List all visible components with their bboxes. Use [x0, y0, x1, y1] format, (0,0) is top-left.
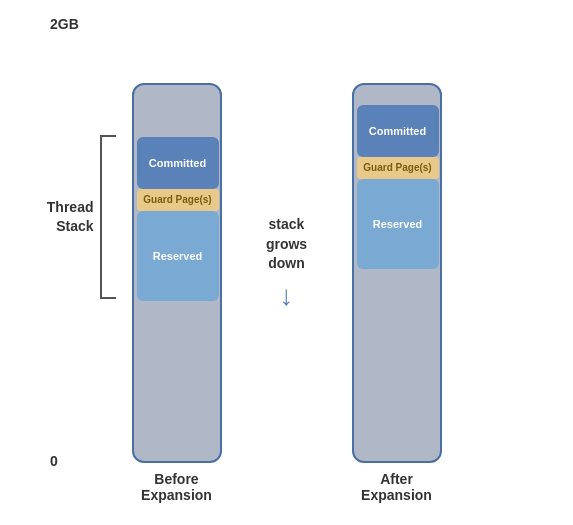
- thread-stack-label: Thread Stack: [22, 198, 94, 234]
- stack-grows-text: stack grows down: [266, 215, 307, 274]
- after-committed-section: Committed: [357, 105, 439, 157]
- top-label: 2GB: [50, 16, 79, 32]
- after-reserved-section: Reserved: [357, 179, 439, 269]
- before-column-wrapper: Thread Stack Committed Guard Page(s) Res…: [132, 83, 222, 503]
- bracket: [100, 135, 116, 299]
- diagram-container: 2GB Thread Stack Committed Guard Page(s): [0, 0, 573, 525]
- before-reserved-label: Reserved: [153, 250, 203, 262]
- arrow-down: ↓: [280, 282, 294, 310]
- after-guard-label: Guard Page(s): [363, 162, 431, 173]
- before-committed-label: Committed: [149, 157, 206, 169]
- main-row: Thread Stack Committed Guard Page(s) Res…: [0, 60, 573, 525]
- after-guard-section: Guard Page(s): [357, 157, 439, 179]
- before-reserved-section: Reserved: [137, 211, 219, 301]
- thread-stack-group: Thread Stack: [22, 135, 116, 299]
- before-guard-section: Guard Page(s): [137, 189, 219, 211]
- bottom-label: 0: [50, 453, 58, 469]
- after-memory-column: Committed Guard Page(s) Reserved: [352, 83, 442, 463]
- after-column-wrapper: Committed Guard Page(s) Reserved After E…: [352, 83, 442, 503]
- before-column-label: Before Expansion: [141, 471, 212, 503]
- before-committed-section: Committed: [137, 137, 219, 189]
- after-reserved-label: Reserved: [373, 218, 423, 230]
- after-column-label: After Expansion: [361, 471, 432, 503]
- before-memory-column: Committed Guard Page(s) Reserved: [132, 83, 222, 463]
- after-committed-label: Committed: [369, 125, 426, 137]
- middle-section: stack grows down ↓: [242, 215, 332, 310]
- before-guard-label: Guard Page(s): [143, 194, 211, 205]
